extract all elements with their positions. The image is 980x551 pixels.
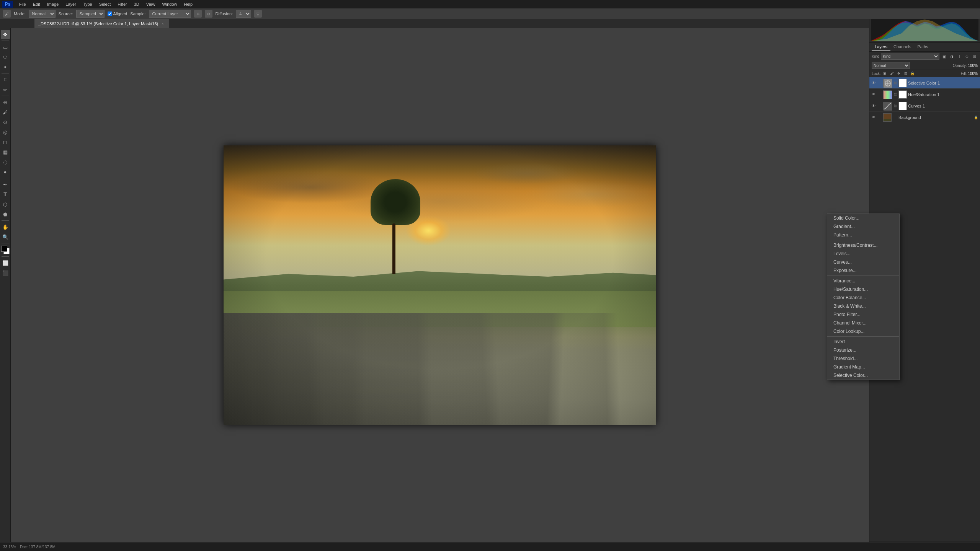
diffusion-label: Diffusion:: [216, 11, 233, 16]
lock-all-icon[interactable]: 🔒: [910, 71, 915, 76]
ctx-photo-filter[interactable]: Photo Filter...: [827, 310, 899, 319]
lock-pixels-icon[interactable]: 🖌: [889, 71, 895, 76]
ctx-pattern[interactable]: Pattern...: [827, 231, 899, 239]
tab-channels[interactable]: Channels: [890, 43, 914, 51]
tool-hand[interactable]: ✋: [1, 222, 10, 231]
aligned-checkbox[interactable]: [108, 11, 112, 16]
smart-filter-icon[interactable]: ⊟: [972, 53, 978, 59]
svg-rect-8: [884, 119, 892, 122]
diffusion-dropdown[interactable]: 4: [236, 10, 251, 18]
tool-eyedropper[interactable]: ✏: [1, 85, 10, 94]
text-filter-icon[interactable]: T: [956, 53, 962, 59]
lock-transparent-icon[interactable]: ▣: [882, 71, 888, 76]
mode-dropdown[interactable]: Normal: [29, 10, 56, 18]
tab-paths[interactable]: Paths: [915, 43, 931, 51]
aligned-checkbox-group: Aligned: [108, 11, 127, 16]
document-tab[interactable]: _DSC8622-HDR.tif @ 33.1% (Selective Colo…: [34, 19, 169, 28]
tool-eraser[interactable]: ◻: [1, 137, 10, 147]
menu-layer[interactable]: Layer: [62, 1, 79, 7]
ctx-black-white[interactable]: Black & White...: [827, 302, 899, 310]
layer-link-2b[interactable]: ⛓: [893, 92, 897, 97]
menu-help[interactable]: Help: [181, 1, 196, 7]
ctx-levels[interactable]: Levels...: [827, 249, 899, 258]
tool-blur[interactable]: ◌: [1, 157, 10, 166]
clone-source-icon[interactable]: ⊙: [205, 10, 212, 18]
tool-text[interactable]: T: [1, 190, 10, 199]
brush-icon[interactable]: ⊕: [194, 10, 202, 18]
menu-edit[interactable]: Edit: [30, 1, 43, 7]
layer-link-3b[interactable]: ⛓: [893, 103, 897, 109]
pixel-filter-icon[interactable]: ▣: [941, 53, 947, 59]
menu-select[interactable]: Select: [96, 1, 114, 7]
ctx-hue-saturation[interactable]: Hue/Saturation...: [827, 285, 899, 293]
menu-view[interactable]: View: [143, 1, 158, 7]
tool-quick-mask[interactable]: ⬜: [1, 258, 10, 267]
layers-blend-controls: Normal Opacity: 100%: [869, 61, 980, 70]
menu-filter[interactable]: Filter: [114, 1, 130, 7]
ctx-curves[interactable]: Curves...: [827, 258, 899, 266]
layer-row-background[interactable]: 👁 Background 🔒: [869, 112, 980, 123]
color-swatches[interactable]: [1, 246, 10, 254]
layer-link-2a: [877, 92, 882, 97]
ctx-vibrance[interactable]: Vibrance...: [827, 277, 899, 285]
ctx-invert[interactable]: Invert: [827, 337, 899, 346]
diffusion-toggle[interactable]: ▽: [254, 10, 262, 18]
ctx-gradient[interactable]: Gradient...: [827, 222, 899, 231]
tab-close-button[interactable]: ×: [160, 21, 165, 26]
tool-screen-mode[interactable]: ⬛: [1, 268, 10, 277]
fill-value[interactable]: 100%: [968, 72, 978, 76]
layer-link-1b[interactable]: ⛓: [893, 80, 897, 86]
lock-position-icon[interactable]: ✥: [896, 71, 902, 76]
ctx-solid-color[interactable]: Solid Color...: [827, 214, 899, 222]
menu-3d[interactable]: 3D: [131, 1, 142, 7]
source-dropdown[interactable]: Sampled: [76, 10, 105, 18]
layer-visibility-background[interactable]: 👁: [871, 115, 876, 120]
opacity-value[interactable]: 100%: [968, 64, 978, 68]
ctx-brightness-contrast[interactable]: Brightness/Contrast...: [827, 241, 899, 249]
tool-magic-wand[interactable]: ✦: [1, 62, 10, 72]
adjustment-filter-icon[interactable]: ◑: [949, 53, 955, 59]
lock-artboard-icon[interactable]: ⊡: [903, 71, 908, 76]
ctx-gradient-map[interactable]: Gradient Map...: [827, 363, 899, 371]
tool-path-select[interactable]: ⬡: [1, 200, 10, 209]
layer-row-curves-1[interactable]: 👁 ⛓ Curves 1: [869, 100, 980, 112]
blend-mode-dropdown[interactable]: Normal: [872, 62, 910, 69]
layer-visibility-selective-color-1[interactable]: 👁: [871, 80, 876, 86]
ctx-channel-mixer[interactable]: Channel Mixer...: [827, 319, 899, 327]
tool-move[interactable]: ✥: [1, 30, 10, 39]
tool-crop[interactable]: ⌗: [1, 75, 10, 84]
ctx-color-lookup[interactable]: Color Lookup...: [827, 327, 899, 336]
tool-shape[interactable]: ⬟: [1, 210, 10, 219]
fill-label: Fill:: [961, 72, 967, 76]
shape-filter-icon[interactable]: ◇: [964, 53, 970, 59]
tool-brush[interactable]: 🖌: [1, 108, 10, 117]
foreground-color-swatch[interactable]: [1, 246, 7, 252]
ctx-exposure[interactable]: Exposure...: [827, 266, 899, 275]
menu-type[interactable]: Type: [80, 1, 95, 7]
left-toolbar: ✥ ▭ ⬭ ✦ ⌗ ✏ ⊕ 🖌 ⊙ ◎ ◻ ▦ ◌ ● ✒ T ⬡ ⬟ ✋ 🔍 …: [0, 28, 11, 542]
tab-bar: _DSC8622-HDR.tif @ 33.1% (Selective Colo…: [34, 19, 505, 28]
menu-window[interactable]: Window: [159, 1, 180, 7]
ctx-selective-color[interactable]: Selective Color...: [827, 371, 899, 380]
menu-image[interactable]: Image: [44, 1, 62, 7]
layer-row-selective-color-1[interactable]: 👁 ⛓ Selective Color 1: [869, 77, 980, 89]
tool-gradient[interactable]: ▦: [1, 147, 10, 156]
sample-dropdown[interactable]: Current Layer: [149, 10, 191, 18]
layer-visibility-curves-1[interactable]: 👁: [871, 103, 876, 109]
ctx-threshold[interactable]: Threshold...: [827, 354, 899, 363]
tool-dodge[interactable]: ●: [1, 167, 10, 176]
tool-zoom[interactable]: 🔍: [1, 232, 10, 241]
tab-layers[interactable]: Layers: [872, 43, 890, 51]
tool-lasso[interactable]: ⬭: [1, 52, 10, 62]
menu-file[interactable]: File: [16, 1, 29, 7]
layer-visibility-hue-saturation-1[interactable]: 👁: [871, 92, 876, 97]
tool-clone[interactable]: ⊙: [1, 117, 10, 127]
tool-pen[interactable]: ✒: [1, 180, 10, 189]
ctx-posterize[interactable]: Posterize...: [827, 346, 899, 354]
layer-row-hue-saturation-1[interactable]: 👁 ⛓ H: [869, 89, 980, 100]
tool-marquee[interactable]: ▭: [1, 42, 10, 52]
tool-history-brush[interactable]: ◎: [1, 127, 10, 137]
kind-dropdown[interactable]: Kind: [881, 53, 939, 60]
ctx-color-balance[interactable]: Color Balance...: [827, 293, 899, 302]
tool-healing[interactable]: ⊕: [1, 98, 10, 107]
